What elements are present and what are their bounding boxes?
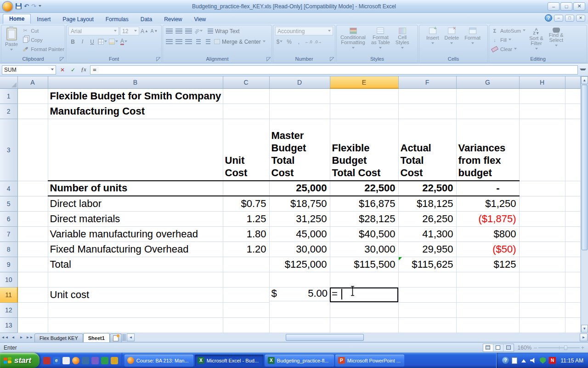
cell-D9[interactable]: $125,000 (269, 257, 330, 272)
cell-E4[interactable]: 22,500 (330, 181, 398, 196)
cell-D11[interactable]: $5.00 (270, 288, 330, 301)
sort-filter-button[interactable]: AZ▼ Sort &Filter (527, 27, 545, 56)
cell-E12[interactable] (330, 302, 398, 317)
cell-C8[interactable]: 1.20 (223, 242, 269, 257)
orientation-button[interactable]: ab (194, 27, 203, 35)
show-desktop-icon[interactable] (62, 357, 70, 364)
font-name-dropdown-icon[interactable] (114, 30, 117, 33)
cancel-entry-button[interactable]: ✕ (58, 66, 67, 74)
fill-button[interactable]: ↓Fill (491, 36, 526, 44)
cut-button[interactable]: ✂Cut (22, 27, 64, 34)
qat-customize-icon[interactable] (39, 5, 41, 8)
cell-B8[interactable]: Fixed Manufacturing Overhead (48, 242, 223, 257)
cell-F11[interactable] (398, 287, 456, 302)
cell-A9[interactable] (17, 257, 48, 272)
row-header-7[interactable]: 7 (0, 226, 17, 242)
format-cells-button[interactable]: Format (463, 27, 482, 56)
tab-view[interactable]: View (188, 15, 212, 24)
maximize-button[interactable]: □ (560, 2, 572, 11)
previous-sheet-icon[interactable]: ◄ (9, 334, 17, 341)
cell-B13[interactable] (48, 317, 223, 333)
horizontal-scrollbar[interactable]: ◄ ► (127, 334, 588, 341)
norton-icon[interactable]: N (549, 357, 556, 364)
cell-C7[interactable]: 1.80 (223, 226, 269, 242)
cell-F2[interactable] (398, 104, 456, 119)
insert-worksheet-tab[interactable] (110, 334, 122, 342)
task-button-powerpoint[interactable]: PMicrosoft PowerPoint ... (335, 355, 404, 367)
scroll-left-icon[interactable]: ◄ (127, 334, 135, 341)
cell-H10[interactable] (519, 272, 565, 287)
cell-H9[interactable] (519, 257, 565, 272)
page-layout-view-button[interactable] (493, 344, 503, 351)
zoom-slider-thumb[interactable] (564, 345, 567, 350)
minimize-button[interactable]: – (548, 2, 560, 11)
zoom-level[interactable]: 160% (518, 345, 532, 351)
cell-E10[interactable] (330, 272, 398, 287)
cell-G4[interactable]: - (456, 181, 519, 196)
page-break-preview-button[interactable] (503, 344, 514, 351)
row-header-8[interactable]: 8 (0, 242, 17, 257)
cell-A12[interactable] (17, 302, 48, 317)
insert-function-button[interactable]: ƒx (79, 66, 88, 74)
cell-F13[interactable] (398, 317, 456, 333)
cell-C13[interactable] (223, 317, 269, 333)
cell-E9[interactable]: $115,500 (330, 257, 398, 272)
cell-H8[interactable] (519, 242, 565, 257)
cell-D6[interactable]: 31,250 (269, 211, 330, 226)
vertical-scrollbar[interactable]: ▲ ▼ (581, 76, 588, 333)
enter-entry-button[interactable]: ✓ (68, 66, 78, 74)
tab-review[interactable]: Review (158, 15, 188, 24)
font-dialog-launcher-icon[interactable] (156, 57, 160, 61)
cell-E1[interactable] (330, 88, 398, 104)
normal-view-button[interactable] (483, 344, 493, 351)
borders-button[interactable] (97, 37, 107, 46)
align-middle-button[interactable] (175, 27, 183, 35)
cell-B9[interactable]: Total (48, 257, 223, 272)
cell-G6[interactable]: ($1,875) (456, 211, 519, 226)
format-painter-button[interactable]: Format Painter (22, 45, 64, 53)
font-color-button[interactable]: A (119, 37, 128, 46)
task-button-excel-active[interactable]: XMicrosoft Excel - Bud... (195, 355, 264, 367)
scroll-down-icon[interactable]: ▼ (581, 325, 588, 333)
name-box[interactable]: SUM (2, 65, 56, 75)
cell-D12[interactable] (269, 302, 330, 317)
cell-A6[interactable] (17, 211, 48, 226)
help-icon[interactable]: ? (545, 14, 552, 22)
start-button[interactable]: start (0, 353, 40, 368)
paste-dropdown-icon[interactable] (10, 49, 13, 52)
cell-A11[interactable] (17, 287, 48, 302)
cell-H13[interactable] (519, 317, 565, 333)
row-header-9[interactable]: 9 (0, 257, 17, 272)
firefox-icon[interactable] (72, 357, 79, 364)
cell-G2[interactable] (456, 104, 519, 119)
office-button[interactable] (2, 1, 13, 12)
column-header-H[interactable]: H (519, 76, 565, 88)
outlook-icon[interactable] (82, 357, 89, 364)
cell-A7[interactable] (17, 226, 48, 242)
cell-D1[interactable] (269, 88, 330, 104)
conditional-formatting-button[interactable]: ConditionalFormatting (339, 27, 368, 56)
bold-button[interactable]: B (68, 37, 77, 46)
zoom-out-icon[interactable]: – (534, 345, 537, 351)
vertical-scroll-thumb[interactable] (582, 85, 588, 250)
cell-D4[interactable]: 25,000 (269, 181, 330, 196)
cell-E6[interactable]: $28,125 (330, 211, 398, 226)
italic-button[interactable]: I (78, 37, 87, 46)
app-icon-8[interactable] (111, 357, 118, 364)
align-right-button[interactable] (184, 37, 193, 46)
save-icon[interactable] (16, 3, 22, 9)
autosum-button[interactable]: ΣAutoSum (491, 27, 526, 34)
close-button[interactable]: ✕ (573, 2, 585, 11)
cell-F9[interactable]: $115,625 (398, 257, 456, 272)
cell-C10[interactable] (223, 272, 269, 287)
internet-explorer-icon[interactable]: e (53, 357, 60, 364)
cell-G7[interactable]: $800 (456, 226, 519, 242)
cell-D2[interactable] (269, 104, 330, 119)
accounting-format-button[interactable]: $ (275, 37, 284, 46)
cell-H6[interactable] (519, 211, 565, 226)
undo-icon[interactable]: ↶ (24, 3, 29, 10)
cell-B7[interactable]: Variable manufacturing overhead (48, 226, 223, 242)
cell-A10[interactable] (17, 272, 48, 287)
column-header-partial[interactable] (565, 76, 580, 88)
insert-cells-button[interactable]: Insert (424, 27, 441, 56)
